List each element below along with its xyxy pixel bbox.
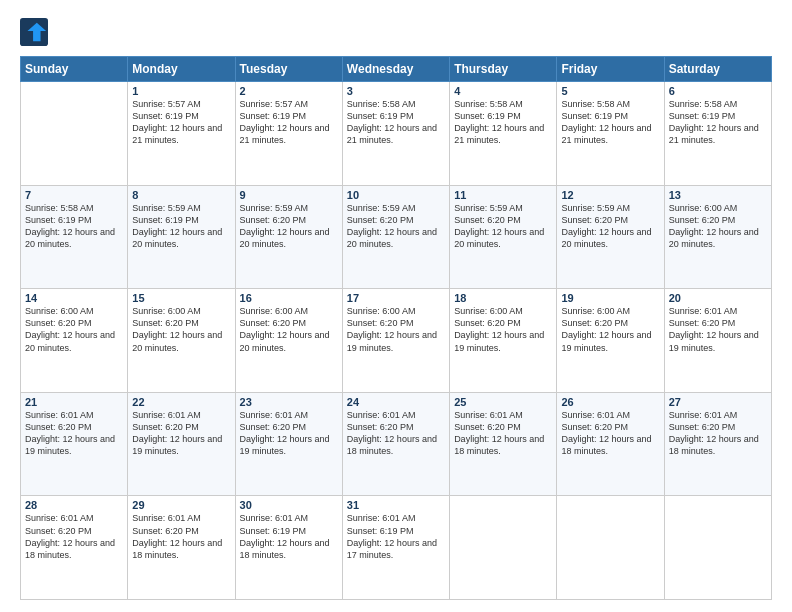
day-number: 24 [347, 396, 445, 408]
calendar-week-row: 14Sunrise: 6:00 AMSunset: 6:20 PMDayligh… [21, 289, 772, 393]
calendar-cell: 24Sunrise: 6:01 AMSunset: 6:20 PMDayligh… [342, 392, 449, 496]
day-info: Sunrise: 6:01 AMSunset: 6:20 PMDaylight:… [347, 409, 445, 458]
day-info: Sunrise: 5:57 AMSunset: 6:19 PMDaylight:… [132, 98, 230, 147]
day-number: 3 [347, 85, 445, 97]
calendar-cell: 21Sunrise: 6:01 AMSunset: 6:20 PMDayligh… [21, 392, 128, 496]
day-info: Sunrise: 5:57 AMSunset: 6:19 PMDaylight:… [240, 98, 338, 147]
day-info: Sunrise: 6:00 AMSunset: 6:20 PMDaylight:… [25, 305, 123, 354]
calendar-cell [21, 82, 128, 186]
day-info: Sunrise: 5:58 AMSunset: 6:19 PMDaylight:… [347, 98, 445, 147]
day-number: 17 [347, 292, 445, 304]
calendar-cell: 15Sunrise: 6:00 AMSunset: 6:20 PMDayligh… [128, 289, 235, 393]
day-info: Sunrise: 6:01 AMSunset: 6:20 PMDaylight:… [25, 409, 123, 458]
calendar-cell: 28Sunrise: 6:01 AMSunset: 6:20 PMDayligh… [21, 496, 128, 600]
calendar-cell: 1Sunrise: 5:57 AMSunset: 6:19 PMDaylight… [128, 82, 235, 186]
day-number: 2 [240, 85, 338, 97]
day-info: Sunrise: 5:58 AMSunset: 6:19 PMDaylight:… [561, 98, 659, 147]
day-number: 12 [561, 189, 659, 201]
calendar-cell: 6Sunrise: 5:58 AMSunset: 6:19 PMDaylight… [664, 82, 771, 186]
day-number: 27 [669, 396, 767, 408]
calendar-cell: 11Sunrise: 5:59 AMSunset: 6:20 PMDayligh… [450, 185, 557, 289]
calendar-table: SundayMondayTuesdayWednesdayThursdayFrid… [20, 56, 772, 600]
calendar-cell: 13Sunrise: 6:00 AMSunset: 6:20 PMDayligh… [664, 185, 771, 289]
calendar-cell: 23Sunrise: 6:01 AMSunset: 6:20 PMDayligh… [235, 392, 342, 496]
day-number: 26 [561, 396, 659, 408]
day-info: Sunrise: 6:00 AMSunset: 6:20 PMDaylight:… [561, 305, 659, 354]
day-number: 9 [240, 189, 338, 201]
day-number: 7 [25, 189, 123, 201]
day-number: 29 [132, 499, 230, 511]
day-number: 15 [132, 292, 230, 304]
calendar-cell: 10Sunrise: 5:59 AMSunset: 6:20 PMDayligh… [342, 185, 449, 289]
day-info: Sunrise: 6:00 AMSunset: 6:20 PMDaylight:… [669, 202, 767, 251]
calendar-cell: 30Sunrise: 6:01 AMSunset: 6:19 PMDayligh… [235, 496, 342, 600]
day-info: Sunrise: 6:00 AMSunset: 6:20 PMDaylight:… [454, 305, 552, 354]
calendar-cell: 22Sunrise: 6:01 AMSunset: 6:20 PMDayligh… [128, 392, 235, 496]
day-number: 16 [240, 292, 338, 304]
calendar-cell: 5Sunrise: 5:58 AMSunset: 6:19 PMDaylight… [557, 82, 664, 186]
calendar-page: SundayMondayTuesdayWednesdayThursdayFrid… [0, 0, 792, 612]
calendar-cell [557, 496, 664, 600]
day-number: 6 [669, 85, 767, 97]
day-number: 25 [454, 396, 552, 408]
weekday-header: Sunday [21, 57, 128, 82]
day-number: 18 [454, 292, 552, 304]
day-number: 11 [454, 189, 552, 201]
weekday-header: Saturday [664, 57, 771, 82]
day-info: Sunrise: 6:00 AMSunset: 6:20 PMDaylight:… [347, 305, 445, 354]
calendar-cell: 18Sunrise: 6:00 AMSunset: 6:20 PMDayligh… [450, 289, 557, 393]
calendar-week-row: 7Sunrise: 5:58 AMSunset: 6:19 PMDaylight… [21, 185, 772, 289]
day-number: 31 [347, 499, 445, 511]
day-info: Sunrise: 6:01 AMSunset: 6:20 PMDaylight:… [669, 409, 767, 458]
day-info: Sunrise: 6:01 AMSunset: 6:19 PMDaylight:… [240, 512, 338, 561]
day-info: Sunrise: 5:58 AMSunset: 6:19 PMDaylight:… [25, 202, 123, 251]
weekday-header: Monday [128, 57, 235, 82]
day-info: Sunrise: 6:01 AMSunset: 6:20 PMDaylight:… [454, 409, 552, 458]
calendar-cell: 8Sunrise: 5:59 AMSunset: 6:19 PMDaylight… [128, 185, 235, 289]
calendar-cell: 9Sunrise: 5:59 AMSunset: 6:20 PMDaylight… [235, 185, 342, 289]
day-number: 4 [454, 85, 552, 97]
calendar-cell: 16Sunrise: 6:00 AMSunset: 6:20 PMDayligh… [235, 289, 342, 393]
day-info: Sunrise: 5:58 AMSunset: 6:19 PMDaylight:… [669, 98, 767, 147]
day-info: Sunrise: 6:01 AMSunset: 6:19 PMDaylight:… [347, 512, 445, 561]
day-info: Sunrise: 6:00 AMSunset: 6:20 PMDaylight:… [240, 305, 338, 354]
day-number: 5 [561, 85, 659, 97]
day-info: Sunrise: 5:58 AMSunset: 6:19 PMDaylight:… [454, 98, 552, 147]
calendar-week-row: 28Sunrise: 6:01 AMSunset: 6:20 PMDayligh… [21, 496, 772, 600]
calendar-cell [450, 496, 557, 600]
day-number: 10 [347, 189, 445, 201]
calendar-cell: 26Sunrise: 6:01 AMSunset: 6:20 PMDayligh… [557, 392, 664, 496]
logo-icon [20, 18, 48, 46]
logo [20, 18, 52, 46]
calendar-cell: 14Sunrise: 6:00 AMSunset: 6:20 PMDayligh… [21, 289, 128, 393]
calendar-cell: 25Sunrise: 6:01 AMSunset: 6:20 PMDayligh… [450, 392, 557, 496]
day-number: 14 [25, 292, 123, 304]
day-number: 21 [25, 396, 123, 408]
day-info: Sunrise: 6:00 AMSunset: 6:20 PMDaylight:… [132, 305, 230, 354]
day-info: Sunrise: 6:01 AMSunset: 6:20 PMDaylight:… [561, 409, 659, 458]
day-info: Sunrise: 6:01 AMSunset: 6:20 PMDaylight:… [25, 512, 123, 561]
calendar-cell: 17Sunrise: 6:00 AMSunset: 6:20 PMDayligh… [342, 289, 449, 393]
day-info: Sunrise: 5:59 AMSunset: 6:20 PMDaylight:… [240, 202, 338, 251]
day-info: Sunrise: 6:01 AMSunset: 6:20 PMDaylight:… [132, 512, 230, 561]
calendar-cell: 19Sunrise: 6:00 AMSunset: 6:20 PMDayligh… [557, 289, 664, 393]
day-info: Sunrise: 6:01 AMSunset: 6:20 PMDaylight:… [669, 305, 767, 354]
day-info: Sunrise: 5:59 AMSunset: 6:20 PMDaylight:… [454, 202, 552, 251]
day-info: Sunrise: 6:01 AMSunset: 6:20 PMDaylight:… [132, 409, 230, 458]
calendar-cell: 31Sunrise: 6:01 AMSunset: 6:19 PMDayligh… [342, 496, 449, 600]
weekday-header: Tuesday [235, 57, 342, 82]
calendar-cell: 27Sunrise: 6:01 AMSunset: 6:20 PMDayligh… [664, 392, 771, 496]
calendar-cell: 12Sunrise: 5:59 AMSunset: 6:20 PMDayligh… [557, 185, 664, 289]
calendar-cell: 3Sunrise: 5:58 AMSunset: 6:19 PMDaylight… [342, 82, 449, 186]
calendar-week-row: 1Sunrise: 5:57 AMSunset: 6:19 PMDaylight… [21, 82, 772, 186]
calendar-cell: 4Sunrise: 5:58 AMSunset: 6:19 PMDaylight… [450, 82, 557, 186]
calendar-week-row: 21Sunrise: 6:01 AMSunset: 6:20 PMDayligh… [21, 392, 772, 496]
page-header [20, 18, 772, 46]
calendar-header-row: SundayMondayTuesdayWednesdayThursdayFrid… [21, 57, 772, 82]
calendar-cell: 20Sunrise: 6:01 AMSunset: 6:20 PMDayligh… [664, 289, 771, 393]
calendar-cell: 2Sunrise: 5:57 AMSunset: 6:19 PMDaylight… [235, 82, 342, 186]
day-number: 23 [240, 396, 338, 408]
day-number: 22 [132, 396, 230, 408]
weekday-header: Wednesday [342, 57, 449, 82]
day-number: 8 [132, 189, 230, 201]
